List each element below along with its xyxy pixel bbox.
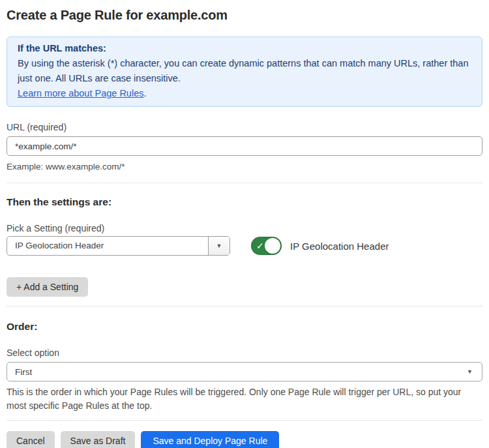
order-section-heading: Order: — [7, 321, 482, 333]
add-setting-button[interactable]: + Add a Setting — [7, 277, 88, 297]
setting-dropdown-value: IP Geolocation Header — [7, 237, 208, 255]
info-box-heading: If the URL matches: — [18, 41, 471, 56]
pick-setting-label: Pick a Setting (required) — [7, 223, 482, 233]
url-match-info-box: If the URL matches: By using the asteris… — [7, 37, 482, 107]
divider — [7, 306, 482, 306]
select-option-label: Select option — [7, 348, 482, 358]
info-box-body: By using the asterisk (*) character, you… — [18, 56, 471, 86]
check-icon: ✓ — [256, 241, 264, 250]
setting-dropdown-button[interactable]: ▼ — [208, 237, 230, 255]
order-select-value: First — [7, 367, 467, 377]
page-title: Create a Page Rule for example.com — [7, 8, 482, 23]
cancel-button[interactable]: Cancel — [7, 431, 55, 448]
save-deploy-button[interactable]: Save and Deploy Page Rule — [141, 431, 279, 448]
url-example-helper: Example: www.example.com/* — [7, 160, 482, 173]
ip-geolocation-toggle[interactable]: ✓ — [251, 237, 282, 255]
toggle-knob — [265, 238, 280, 254]
toggle-label: IP Geolocation Header — [290, 241, 389, 252]
setting-dropdown[interactable]: IP Geolocation Header ▼ — [7, 236, 230, 256]
footer-actions: Cancel Save as Draft Save and Deploy Pag… — [7, 431, 482, 448]
info-box-link-line: Learn more about Page Rules. — [18, 86, 471, 101]
link-suffix: . — [143, 88, 146, 98]
divider — [7, 420, 482, 421]
divider — [7, 183, 482, 183]
chevron-down-icon: ▼ — [467, 369, 473, 375]
save-draft-button[interactable]: Save as Draft — [61, 431, 136, 448]
order-select[interactable]: First ▼ — [7, 362, 482, 381]
chevron-down-icon: ▼ — [216, 243, 222, 249]
setting-row: IP Geolocation Header ▼ ✓ IP Geolocation… — [7, 236, 482, 256]
url-input[interactable] — [7, 136, 482, 156]
toggle-group: ✓ IP Geolocation Header — [251, 237, 389, 255]
page-rule-form: Create a Page Rule for example.com If th… — [0, 8, 489, 448]
url-field-label: URL (required) — [7, 122, 482, 132]
learn-more-link[interactable]: Learn more about Page Rules — [18, 88, 143, 98]
settings-section-heading: Then the settings are: — [7, 196, 482, 208]
order-helper-text: This is the order in which your Page Rul… — [7, 385, 482, 413]
